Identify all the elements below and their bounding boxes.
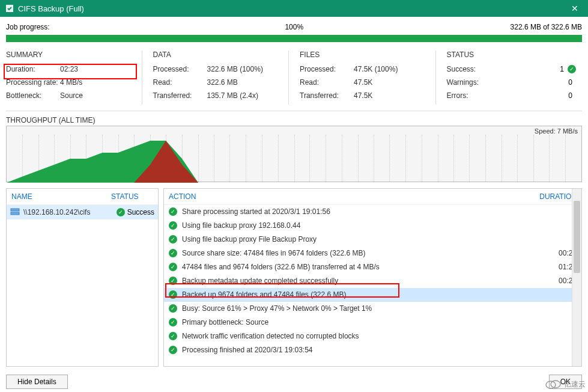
duration-value: 02:23	[60, 65, 136, 73]
warnings-value: 0	[568, 78, 572, 87]
action-row[interactable]: ✓Share processing started at 2020/3/1 19…	[164, 205, 581, 219]
action-text: Source share size: 47484 files in 9674 f…	[182, 249, 535, 257]
scrollbar[interactable]	[572, 189, 581, 366]
host-status-icon: ✓	[117, 208, 125, 216]
success-value: 1	[560, 65, 564, 73]
files-processed-label: Processed:	[300, 65, 354, 73]
action-row[interactable]: ✓Using file backup proxy 192.168.0.44	[164, 219, 581, 233]
throughput-chart: Speed: 7 MB/s	[6, 126, 582, 182]
action-text: Backup metadata update completed success…	[182, 277, 535, 285]
duration-label: Duration:	[6, 65, 60, 73]
bottleneck-value: Source	[60, 91, 136, 100]
server-icon	[10, 207, 20, 217]
action-text: Using file backup proxy File Backup Prox…	[182, 235, 535, 243]
svg-rect-3	[11, 209, 19, 211]
throughput-heading: THROUGHPUT (ALL TIME)	[6, 116, 582, 124]
action-text: Network traffic verification detected no…	[182, 332, 535, 340]
action-row[interactable]: ✓Source share size: 47484 files in 9674 …	[164, 247, 581, 260]
scrollbar-thumb[interactable]	[574, 201, 580, 273]
action-text: Backed up 9674 folders and 47484 files (…	[182, 290, 535, 299]
success-icon: ✓	[169, 332, 177, 340]
rate-value: 4 MB/s	[60, 78, 136, 87]
action-row[interactable]: ✓Using file backup proxy File Backup Pro…	[164, 233, 581, 247]
action-row[interactable]: ✓47484 files and 9674 folders (322.6 MB)…	[164, 260, 581, 274]
action-duration: 00:20	[535, 277, 577, 285]
action-row[interactable]: ✓Backup metadata update completed succes…	[164, 274, 581, 288]
job-progress-row: Job progress: 100% 322.6 MB of 322.6 MB	[6, 23, 582, 31]
window-title: CIFS Backup (Full)	[18, 4, 84, 13]
errors-label: Errors:	[447, 91, 501, 100]
status-heading: STATUS	[447, 51, 577, 59]
title-bar: CIFS Backup (Full) ✕	[0, 0, 588, 17]
data-read-label: Read:	[153, 78, 207, 87]
host-status: Success	[127, 208, 154, 216]
col-action[interactable]: ACTION	[169, 192, 535, 201]
ok-button[interactable]: OK	[549, 375, 582, 389]
col-status[interactable]: STATUS	[111, 192, 153, 201]
action-text: Using file backup proxy 192.168.0.44	[182, 221, 535, 230]
summary-heading: SUMMARY	[6, 51, 136, 59]
action-list[interactable]: ✓Share processing started at 2020/3/1 19…	[164, 205, 581, 366]
files-read-value: 47.5K	[354, 78, 429, 87]
data-read-value: 322.6 MB	[207, 78, 283, 87]
data-processed-label: Processed:	[153, 65, 207, 73]
hosts-pane: NAME STATUS \\192.168.10.242\cifs ✓ Succ…	[6, 188, 159, 367]
data-column: DATA Processed:322.6 MB (100%) Read:322.…	[142, 51, 289, 105]
host-name: \\192.168.10.242\cifs	[23, 208, 117, 216]
status-column: STATUS Success:1✓ Warnings:0 Errors:0	[435, 51, 583, 105]
rate-label: Processing rate:	[6, 78, 60, 87]
action-text: Processing finished at 2020/3/1 19:03:54	[182, 346, 535, 354]
job-progress-label: Job progress:	[6, 23, 78, 31]
action-duration: 00:29	[535, 249, 577, 257]
app-icon	[5, 4, 14, 13]
detail-panes: NAME STATUS \\192.168.10.242\cifs ✓ Succ…	[6, 188, 582, 367]
files-heading: FILES	[300, 51, 429, 59]
success-icon: ✓	[169, 318, 177, 326]
success-icon: ✓	[169, 263, 177, 271]
progress-bar	[6, 35, 582, 42]
content-area: Job progress: 100% 322.6 MB of 322.6 MB …	[0, 17, 588, 367]
success-icon: ✓	[169, 207, 177, 216]
action-text: 47484 files and 9674 folders (322.6 MB) …	[182, 263, 535, 271]
files-transferred-value: 47.5K	[354, 91, 429, 100]
data-processed-value: 322.6 MB (100%)	[207, 65, 283, 73]
job-progress-size: 322.6 MB of 322.6 MB	[511, 23, 582, 31]
success-icon: ✓	[169, 249, 177, 257]
action-row[interactable]: ✓Primary bottleneck: Source	[164, 316, 581, 329]
action-row[interactable]: ✓Processing finished at 2020/3/1 19:03:5…	[164, 343, 581, 357]
success-icon: ✓	[169, 277, 177, 285]
action-text: Share processing started at 2020/3/1 19:…	[182, 207, 535, 216]
stats-panel: SUMMARY Duration:02:23 Processing rate:4…	[6, 51, 582, 111]
actions-pane: ACTION DURATION ✓Share processing starte…	[163, 188, 582, 367]
col-name[interactable]: NAME	[11, 192, 111, 201]
bottleneck-label: Bottleneck:	[6, 91, 60, 100]
close-icon[interactable]: ✕	[566, 4, 583, 13]
throughput-speed: Speed: 7 MB/s	[533, 127, 579, 135]
action-text: Primary bottleneck: Source	[182, 318, 535, 326]
action-row[interactable]: ✓Busy: Source 61% > Proxy 47% > Network …	[164, 302, 581, 316]
progress-fill	[6, 35, 582, 42]
success-icon: ✓	[169, 290, 177, 299]
col-duration[interactable]: DURATION	[535, 192, 577, 201]
hide-details-button[interactable]: Hide Details	[6, 375, 68, 389]
job-progress-percent: 100%	[78, 23, 511, 31]
action-row[interactable]: ✓Backed up 9674 folders and 47484 files …	[164, 288, 581, 302]
success-label: Success:	[447, 65, 501, 73]
files-read-label: Read:	[300, 78, 354, 87]
hosts-header: NAME STATUS	[7, 189, 158, 205]
success-icon: ✓	[169, 235, 177, 243]
host-row[interactable]: \\192.168.10.242\cifs ✓ Success	[7, 205, 158, 219]
action-duration: 01:22	[535, 263, 577, 271]
data-transferred-label: Transferred:	[153, 91, 207, 100]
data-transferred-value: 135.7 MB (2.4x)	[207, 91, 283, 100]
success-icon: ✓	[169, 304, 177, 313]
summary-column: SUMMARY Duration:02:23 Processing rate:4…	[6, 51, 142, 105]
files-transferred-label: Transferred:	[300, 91, 354, 100]
success-icon: ✓	[169, 346, 177, 354]
success-icon: ✓	[169, 221, 177, 230]
data-heading: DATA	[153, 51, 283, 59]
footer: Hide Details OK	[0, 367, 588, 392]
actions-header: ACTION DURATION	[164, 189, 581, 205]
action-row[interactable]: ✓Network traffic verification detected n…	[164, 329, 581, 343]
chart-svg	[7, 135, 581, 183]
